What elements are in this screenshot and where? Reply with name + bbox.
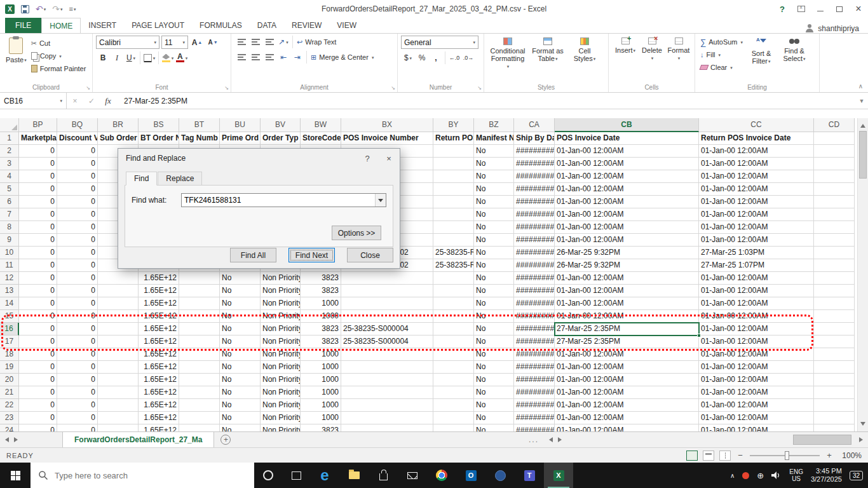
cell-CC7[interactable]: 01-Jan-00 12:00AM [699,208,814,221]
cell-BP10[interactable]: 0 [19,247,57,259]
cell-BT20[interactable] [179,374,220,386]
cell-CC19[interactable]: 01-Jan-00 12:00AM [699,361,814,374]
cell-BU1[interactable]: Prime Ord [220,132,261,145]
cell-BV13[interactable]: Non Priority [261,285,301,297]
network-icon[interactable]: ⊕ [757,471,764,480]
cell-BP5[interactable]: 0 [19,183,57,196]
name-box[interactable]: CB16 [0,93,67,109]
cell-BV23[interactable]: Non Priority [261,412,301,424]
cell-BR22[interactable] [98,399,139,412]
find-select-button[interactable]: Find & Select [778,36,811,65]
redo-dropdown-icon[interactable] [60,4,63,14]
cell-BX21[interactable] [341,386,433,399]
number-dialog-launcher[interactable] [477,85,482,91]
column-header-BU[interactable]: BU [220,118,261,132]
cell-CD1[interactable] [814,132,855,145]
cell-BV22[interactable]: Non Priority [261,399,301,412]
cell-BX1[interactable]: POS Invoice Number [341,132,433,145]
cell-BP9[interactable]: 0 [19,234,57,247]
cell-BW22[interactable]: 1000 [301,399,341,412]
fill-button[interactable]: Fill [698,48,745,61]
cell-BX12[interactable] [341,272,433,285]
cell-CD15[interactable] [814,310,855,323]
cell-CA2[interactable]: ######### [514,145,555,158]
cell-BY8[interactable] [433,221,474,234]
cell-BR19[interactable] [98,361,139,374]
cell-BZ1[interactable]: Manifest N [474,132,514,145]
scroll-left-icon[interactable] [544,432,555,447]
cell-BT24[interactable] [179,424,220,431]
font-dialog-launcher[interactable] [224,85,229,91]
cell-CA5[interactable]: ######### [514,183,555,196]
cell-CC20[interactable]: 01-Jan-00 12:00AM [699,374,814,386]
cell-BU14[interactable]: No [220,297,261,310]
copy-button[interactable]: Copy [29,50,88,62]
cell-BV20[interactable]: Non Priority [261,374,301,386]
cell-BP13[interactable]: 0 [19,285,57,297]
cut-button[interactable]: Cut [29,37,88,50]
cell-BX24[interactable] [341,424,433,431]
cell-BU21[interactable]: No [220,386,261,399]
cell-BW13[interactable]: 3823 [301,285,341,297]
column-header-BP[interactable]: BP [19,118,57,132]
ribbon-tab-data[interactable]: DATA [250,18,284,33]
cell-BP6[interactable]: 0 [19,196,57,208]
cell-CA8[interactable]: ######### [514,221,555,234]
cell-BZ23[interactable]: No [474,412,514,424]
cell-CD22[interactable] [814,399,855,412]
underline-button[interactable]: U [124,51,138,64]
ribbon-tab-home[interactable]: HOME [41,18,81,33]
scroll-right-end-icon[interactable] [857,432,868,447]
scroll-down-icon[interactable] [860,422,865,428]
normal-view-button[interactable] [686,451,698,461]
row-header-3[interactable]: 3 [0,158,19,170]
cell-CD17[interactable] [814,336,855,348]
cell-CB1[interactable]: POS Invoice Date [555,132,699,145]
cell-CB5[interactable]: 01-Jan-00 12:00AM [555,183,699,196]
cell-CD21[interactable] [814,386,855,399]
decrease-decimal-button[interactable]: .0→ [461,51,475,64]
align-middle-button[interactable] [248,36,262,48]
cell-CC14[interactable]: 01-Jan-00 12:00AM [699,297,814,310]
cell-CD12[interactable] [814,272,855,285]
cell-CD18[interactable] [814,348,855,361]
cell-BT14[interactable] [179,297,220,310]
cell-CD19[interactable] [814,361,855,374]
align-top-button[interactable] [234,36,248,48]
column-header-CA[interactable]: CA [514,118,555,132]
cell-BS20[interactable]: 1.65E+12 [139,374,179,386]
column-header-CD[interactable]: CD [814,118,855,132]
conditional-formatting-button[interactable]: Conditional Formatting [487,36,528,72]
shrink-font-button[interactable]: A▼ [206,36,220,49]
cell-BQ3[interactable]: 0 [57,158,98,170]
cell-CA3[interactable]: ######### [514,158,555,170]
cell-BX19[interactable] [341,361,433,374]
vertical-scrollbar-thumb[interactable] [859,131,867,179]
cell-CC22[interactable]: 01-Jan-00 12:00AM [699,399,814,412]
cell-BY23[interactable] [433,412,474,424]
cell-BY19[interactable] [433,361,474,374]
cell-CC11[interactable]: 27-Mar-25 1:07PM [699,259,814,272]
number-format-combo[interactable]: General [401,36,478,49]
cell-BY11[interactable]: 25-38235-R [433,259,474,272]
cell-BS14[interactable]: 1.65E+12 [139,297,179,310]
cell-BQ13[interactable]: 0 [57,285,98,297]
scroll-right-icon[interactable] [555,432,567,447]
column-header-BX[interactable]: BX [341,118,433,132]
paste-button[interactable]: Paste [3,36,29,66]
cell-BZ6[interactable]: No [474,196,514,208]
column-header-BW[interactable]: BW [301,118,341,132]
start-button[interactable] [0,463,31,488]
cell-BX23[interactable] [341,412,433,424]
formula-input[interactable]: 27-Mar-25 2:35PM [116,93,855,109]
font-size-combo[interactable]: 11 [161,36,188,49]
cell-BQ14[interactable]: 0 [57,297,98,310]
cell-BZ11[interactable]: No [474,259,514,272]
cell-CA6[interactable]: ######### [514,196,555,208]
cell-BV21[interactable]: Non Priority [261,386,301,399]
ribbon-tab-page-layout[interactable]: PAGE LAYOUT [124,18,192,33]
cell-CB22[interactable]: 01-Jan-00 12:00AM [555,399,699,412]
cell-BY6[interactable] [433,196,474,208]
close-button[interactable] [849,1,868,18]
row-header-12[interactable]: 12 [0,272,19,285]
